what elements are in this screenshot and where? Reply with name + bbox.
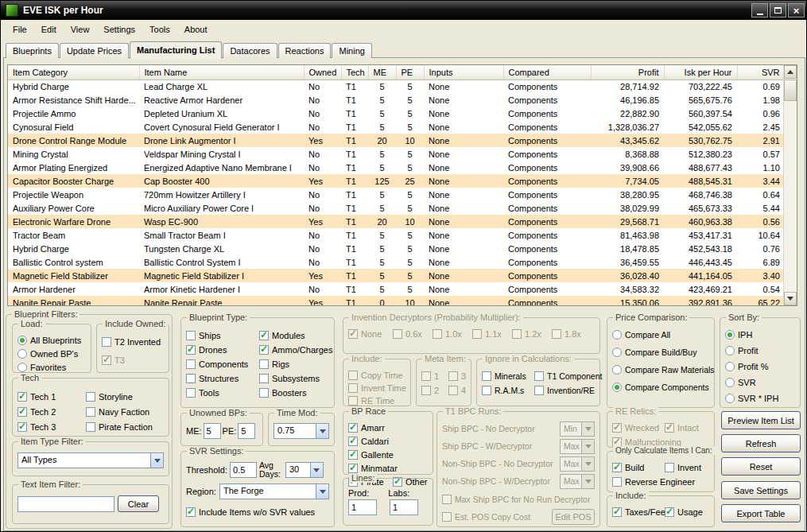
- checkbox-tech-3[interactable]: Tech 3: [17, 421, 86, 433]
- labs-input[interactable]: [390, 499, 418, 515]
- item-type-dropdown[interactable]: All Types: [17, 452, 164, 468]
- column-header-item-name[interactable]: Item Name: [139, 65, 304, 80]
- radio-dot[interactable]: [612, 365, 622, 375]
- nonship-bpc-no-decryptor-dropdown[interactable]: Max: [560, 456, 595, 472]
- checkbox-box[interactable]: [448, 371, 458, 381]
- checkbox-caldari[interactable]: Caldari: [348, 435, 428, 447]
- radio-dot[interactable]: [725, 378, 735, 387]
- radio-compare-components[interactable]: Compare Components: [612, 381, 709, 393]
- table-row[interactable]: Capacitor Booster ChargeCap Booster 400Y…: [8, 174, 785, 188]
- radio-favorites[interactable]: Favorites: [17, 361, 86, 373]
- tab-update-prices[interactable]: Update Prices: [60, 43, 129, 58]
- checkbox-amarr[interactable]: Amarr: [348, 421, 428, 433]
- column-header-isk-per-hour[interactable]: Isk per Hour: [664, 65, 737, 80]
- refresh-button[interactable]: Refresh: [721, 434, 801, 452]
- table-row[interactable]: Tractor BeamSmall Tractor Beam INoT155No…: [8, 228, 785, 242]
- nonship-bpc-w-decryptor-dropdown[interactable]: Max: [560, 474, 595, 489]
- checkbox-box[interactable]: [259, 345, 269, 355]
- checkbox-structures[interactable]: Structures: [186, 373, 259, 385]
- checkbox-box[interactable]: [348, 423, 358, 433]
- table-row[interactable]: Projectile Weapon720mm Howitzer Artiller…: [8, 188, 785, 201]
- checkbox-box[interactable]: [86, 422, 95, 432]
- checkbox-r-a-m-s[interactable]: R.A.M.s: [482, 385, 534, 397]
- avg-days-dropdown[interactable]: 30: [285, 462, 324, 478]
- menu-edit[interactable]: Edit: [34, 22, 64, 37]
- checkbox-box[interactable]: [612, 423, 622, 433]
- threshold-input[interactable]: [230, 462, 257, 478]
- tab-datacores[interactable]: Datacores: [223, 43, 277, 58]
- tab-manufacturing-list[interactable]: Manufacturing List: [130, 41, 222, 59]
- checkbox-box[interactable]: [448, 386, 458, 395]
- save-settings-button[interactable]: Save Settings: [721, 481, 801, 499]
- tab-blueprints[interactable]: Blueprints: [6, 43, 59, 58]
- radio-dot[interactable]: [725, 346, 735, 355]
- column-header-item-category[interactable]: Item Category: [8, 65, 139, 80]
- checkbox-box[interactable]: [472, 329, 482, 339]
- checkbox-box[interactable]: [665, 463, 674, 472]
- checkbox-1-2x[interactable]: 1.2x: [512, 328, 552, 340]
- checkbox-box[interactable]: [259, 331, 269, 340]
- checkbox-4[interactable]: 4: [448, 385, 469, 397]
- close-button[interactable]: ×: [788, 3, 805, 17]
- clear-button[interactable]: Clear: [118, 495, 159, 512]
- tab-mining[interactable]: Mining: [332, 43, 371, 58]
- radio-svr[interactable]: SVR: [725, 376, 795, 388]
- reset-button[interactable]: Reset: [721, 457, 801, 476]
- preview-item-list-button[interactable]: Preview Item List: [721, 411, 801, 429]
- checkbox-box[interactable]: [17, 392, 27, 402]
- checkbox-box[interactable]: [186, 345, 196, 355]
- radio-dot[interactable]: [612, 330, 622, 340]
- checkbox-subsystems[interactable]: Subsystems: [259, 373, 334, 385]
- radio-dot[interactable]: [17, 363, 27, 372]
- checkbox-0-6x[interactable]: 0.6x: [393, 328, 433, 340]
- chevron-down-icon[interactable]: [310, 463, 323, 477]
- checkbox-box[interactable]: [102, 337, 111, 347]
- table-row[interactable]: Cynosural FieldCovert Cynosural Field Ge…: [8, 120, 785, 134]
- radio-all-blueprints[interactable]: All Blueprints: [17, 334, 86, 346]
- column-header-svr[interactable]: SVR: [737, 65, 785, 80]
- radio-dot[interactable]: [725, 362, 735, 371]
- column-header-compared[interactable]: Compared: [503, 65, 591, 80]
- chevron-down-icon[interactable]: [150, 453, 163, 468]
- checkbox-reverse-engineer[interactable]: Reverse Engineer: [612, 476, 665, 487]
- checkbox-box[interactable]: [186, 331, 196, 340]
- checkbox-box[interactable]: [186, 374, 196, 383]
- checkbox-pirate-faction[interactable]: Pirate Faction: [86, 421, 165, 433]
- pe-input[interactable]: [238, 423, 255, 439]
- text-item-filter-input[interactable]: [17, 496, 114, 512]
- checkbox-box[interactable]: [552, 329, 561, 339]
- checkbox-box[interactable]: [348, 329, 358, 339]
- table-row[interactable]: Armor HardenerArmor Kinetic Hardener INo…: [8, 282, 785, 296]
- ship-bpc-no-decryptor-dropdown[interactable]: Min: [560, 421, 595, 437]
- checkbox-box[interactable]: [348, 464, 358, 473]
- checkbox-box[interactable]: [534, 386, 544, 395]
- checkbox-1-8x[interactable]: 1.8x: [552, 328, 587, 340]
- scrollbar-thumb[interactable]: [784, 80, 797, 101]
- checkbox-box[interactable]: [86, 407, 95, 417]
- checkbox-t1-component[interactable]: T1 Component: [534, 371, 602, 382]
- checkbox-usage[interactable]: Usage: [665, 506, 703, 518]
- checkbox-1-1x[interactable]: 1.1x: [472, 328, 512, 340]
- checkbox-include-items-wo-svr[interactable]: Include Items w/o SVR values: [186, 506, 329, 518]
- radio-dot[interactable]: [612, 382, 622, 392]
- checkbox-box[interactable]: [665, 423, 674, 433]
- checkbox-box[interactable]: [348, 396, 358, 406]
- table-row[interactable]: Mining CrystalVeldspar Mining Crystal IN…: [8, 147, 785, 161]
- checkbox-intact[interactable]: Intact: [665, 421, 699, 433]
- checkbox-box[interactable]: [259, 388, 269, 398]
- checkbox-box[interactable]: [102, 355, 111, 365]
- checkbox-boosters[interactable]: Boosters: [259, 387, 334, 399]
- checkbox-box[interactable]: [482, 386, 491, 395]
- checkbox-box[interactable]: [421, 386, 431, 395]
- table-row[interactable]: Armor Resistance Shift Harde...Reactive …: [8, 93, 785, 107]
- menu-tools[interactable]: Tools: [142, 22, 177, 37]
- scrollbar-down-button[interactable]: [784, 292, 797, 305]
- radio-owned-bp-s[interactable]: Owned BP's: [17, 348, 86, 359]
- checkbox-ammo-charges[interactable]: Ammo/Charges: [259, 344, 334, 356]
- checkbox-gallente[interactable]: Gallente: [348, 449, 428, 460]
- checkbox-box[interactable]: [348, 371, 358, 380]
- table-row[interactable]: Electronic Warfare DroneWasp EC-900YesT1…: [8, 215, 785, 228]
- checkbox-box[interactable]: [259, 359, 269, 369]
- checkbox-box[interactable]: [86, 392, 95, 402]
- menu-file[interactable]: File: [6, 22, 34, 37]
